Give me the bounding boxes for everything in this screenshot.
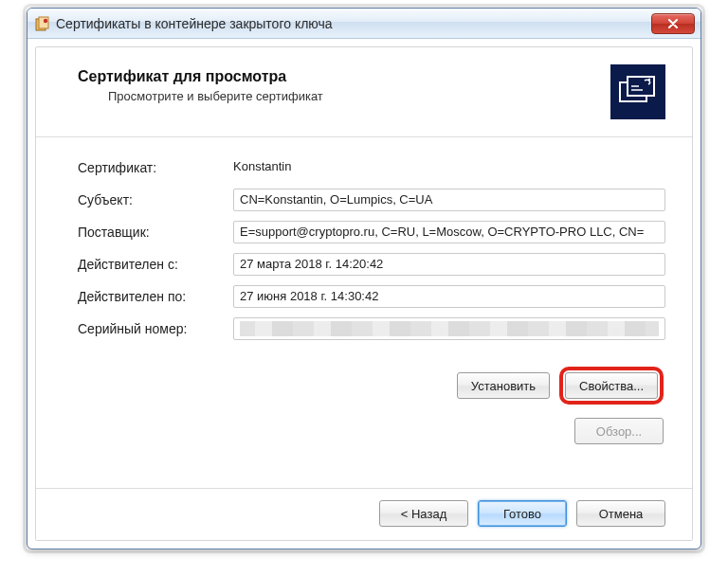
window-title: Сертификаты в контейнере закрытого ключа — [56, 16, 651, 31]
value-issuer: E=support@cryptopro.ru, C=RU, L=Moscow, … — [233, 221, 665, 243]
finish-button[interactable]: Готово — [478, 500, 567, 527]
back-button[interactable]: < Назад — [379, 500, 468, 527]
label-valid-to: Действителен по: — [78, 289, 233, 304]
wizard-footer: < Назад Готово Отмена — [36, 488, 692, 540]
certificate-header-icon — [610, 64, 665, 119]
properties-button[interactable]: Свойства... — [565, 372, 658, 399]
value-subject: CN=Konstantin, O=Lumpics, C=UA — [233, 189, 665, 211]
page-title: Сертификат для просмотра — [78, 68, 323, 85]
svg-rect-1 — [39, 17, 48, 28]
value-serial-redacted — [233, 317, 665, 340]
close-button[interactable] — [651, 13, 695, 34]
label-certificate: Сертификат: — [78, 160, 233, 175]
install-button[interactable]: Установить — [457, 372, 550, 399]
close-icon — [667, 19, 679, 28]
cancel-button[interactable]: Отмена — [576, 500, 665, 527]
app-icon — [35, 16, 50, 31]
wizard-header: Сертификат для просмотра Просмотрите и в… — [36, 47, 692, 137]
dialog-body: Сертификат для просмотра Просмотрите и в… — [35, 46, 693, 541]
label-issuer: Поставщик: — [78, 225, 233, 240]
titlebar[interactable]: Сертификаты в контейнере закрытого ключа — [27, 9, 701, 39]
browse-button: Обзор... — [574, 418, 664, 444]
svg-point-5 — [648, 79, 650, 81]
svg-point-2 — [44, 18, 47, 22]
dialog-window: Сертификаты в контейнере закрытого ключа… — [27, 8, 701, 549]
value-valid-from: 27 марта 2018 г. 14:20:42 — [233, 253, 665, 276]
label-subject: Субъект: — [78, 192, 233, 207]
label-serial: Серийный номер: — [78, 321, 233, 336]
label-valid-from: Действителен с: — [78, 257, 233, 272]
value-certificate: Konstantin — [233, 156, 665, 179]
page-subtitle: Просмотрите и выберите сертификат — [108, 89, 323, 103]
highlight-ring: Свойства... — [559, 367, 664, 405]
value-valid-to: 27 июня 2018 г. 14:30:42 — [233, 285, 665, 308]
